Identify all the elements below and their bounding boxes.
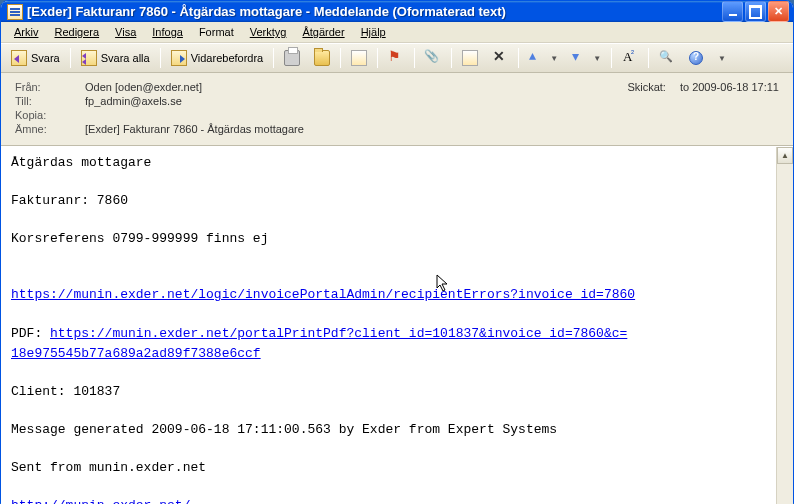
menu-infoga[interactable]: Infoga [145, 24, 190, 40]
body-line: Sent from munin.exder.net [11, 458, 766, 478]
reply-label: Svara [31, 52, 60, 64]
mail-icon [7, 4, 23, 20]
reply-all-button[interactable]: Svara alla [75, 47, 156, 69]
separator [340, 48, 341, 68]
menu-visa[interactable]: Visa [108, 24, 143, 40]
separator [648, 48, 649, 68]
separator [611, 48, 612, 68]
find-icon [659, 50, 675, 66]
prev-item-button[interactable]: ▼ [523, 47, 564, 69]
help-button[interactable] [683, 47, 709, 69]
menu-hjalp[interactable]: Hjälp [354, 24, 393, 40]
dropdown-icon: ▼ [718, 54, 726, 63]
arrow-down-icon [572, 50, 588, 66]
body-line: Client: 101837 [11, 382, 766, 402]
mark-unread-button[interactable] [456, 47, 484, 69]
next-item-button[interactable]: ▼ [566, 47, 607, 69]
move-folder-button[interactable] [308, 47, 336, 69]
message-body-area: Åtgärdas mottagare Fakturanr: 7860 Korsr… [1, 146, 793, 504]
toolbar: Svara Svara alla Vidarebefordra ▼ ▼ ▼ [1, 43, 793, 73]
body-line: Åtgärdas mottagare [11, 153, 766, 173]
forward-button[interactable]: Vidarebefordra [165, 47, 270, 69]
body-link-line: https://munin.exder.net/logic/invoicePor… [11, 285, 766, 305]
munin-link[interactable]: http://munin.exder.net/ [11, 498, 190, 504]
menu-arkiv[interactable]: Arkiv [7, 24, 45, 40]
find-button[interactable] [653, 47, 681, 69]
scroll-track[interactable] [777, 164, 793, 504]
reply-button[interactable]: Svara [5, 47, 66, 69]
message-body[interactable]: Åtgärdas mottagare Fakturanr: 7860 Korsr… [1, 147, 776, 504]
envelope-icon [351, 50, 367, 66]
arrow-up-icon [529, 50, 545, 66]
minimize-button[interactable] [722, 1, 743, 22]
body-line: Fakturanr: 7860 [11, 191, 766, 211]
separator [377, 48, 378, 68]
flag-button[interactable] [382, 47, 410, 69]
attach-button[interactable] [419, 47, 447, 69]
close-button[interactable] [768, 1, 789, 22]
vertical-scrollbar[interactable]: ▲ ▼ [776, 147, 793, 504]
toolbar-options-button[interactable]: ▼ [711, 47, 732, 69]
delete-icon [492, 50, 508, 66]
rule-button[interactable] [345, 47, 373, 69]
dropdown-icon: ▼ [550, 54, 558, 63]
sent-value: to 2009-06-18 17:11 [680, 81, 779, 93]
to-value: fp_admin@axels.se [85, 95, 182, 107]
from-value: Oden [oden@exder.net] [85, 81, 202, 93]
help-icon [689, 51, 703, 65]
titlebar[interactable]: [Exder] Fakturanr 7860 - Åtgärdas mottag… [1, 1, 793, 22]
menu-atgarder[interactable]: Åtgärder [295, 24, 351, 40]
separator [70, 48, 71, 68]
subject-value: [Exder] Fakturanr 7860 - Åtgärdas mottag… [85, 123, 304, 135]
reply-icon [11, 50, 27, 66]
forward-label: Vidarebefordra [191, 52, 264, 64]
menu-verktyg[interactable]: Verktyg [243, 24, 294, 40]
separator [451, 48, 452, 68]
separator [273, 48, 274, 68]
print-button[interactable] [278, 47, 306, 69]
reply-all-label: Svara alla [101, 52, 150, 64]
cc-label: Kopia: [15, 109, 85, 121]
body-pdf-line: PDF: https://munin.exder.net/portalPrint… [11, 324, 766, 364]
body-link-line: http://munin.exder.net/ [11, 496, 766, 504]
menubar: Arkiv Redigera Visa Infoga Format Verkty… [1, 22, 793, 43]
attach-icon [425, 50, 441, 66]
flag-icon [388, 50, 404, 66]
separator [414, 48, 415, 68]
reply-all-icon [81, 50, 97, 66]
sent-label: Skickat: [627, 81, 666, 93]
font-size-button[interactable] [616, 47, 644, 69]
maximize-button[interactable] [745, 1, 766, 22]
font-icon [622, 50, 638, 66]
forward-icon [171, 50, 187, 66]
body-line: Message generated 2009-06-18 17:11:00.56… [11, 420, 766, 440]
mark-icon [462, 50, 478, 66]
menu-format[interactable]: Format [192, 24, 241, 40]
delete-button[interactable] [486, 47, 514, 69]
pdf-link[interactable]: https://munin.exder.net/portalPrintPdf?c… [11, 326, 627, 361]
subject-label: Ämne: [15, 123, 85, 135]
message-headers: Från: Oden [oden@exder.net] Skickat: to … [1, 73, 793, 146]
separator [518, 48, 519, 68]
recipient-errors-link[interactable]: https://munin.exder.net/logic/invoicePor… [11, 287, 635, 302]
to-label: Till: [15, 95, 85, 107]
dropdown-icon: ▼ [593, 54, 601, 63]
from-label: Från: [15, 81, 85, 93]
folder-icon [314, 50, 330, 66]
print-icon [284, 50, 300, 66]
separator [160, 48, 161, 68]
scroll-up-button[interactable]: ▲ [777, 147, 793, 164]
window-title: [Exder] Fakturanr 7860 - Åtgärdas mottag… [27, 4, 722, 19]
body-line: Korsreferens 0799-999999 finns ej [11, 229, 766, 249]
outlook-message-window: [Exder] Fakturanr 7860 - Åtgärdas mottag… [0, 0, 794, 504]
menu-redigera[interactable]: Redigera [47, 24, 106, 40]
